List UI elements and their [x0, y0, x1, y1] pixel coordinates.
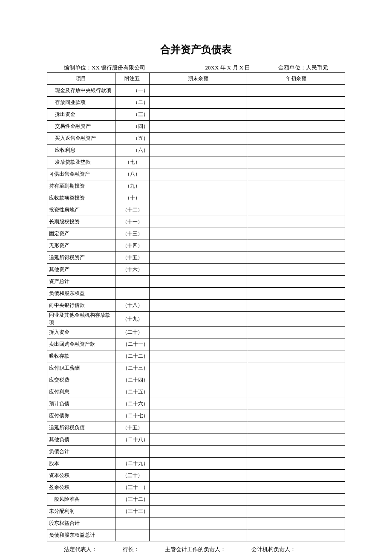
- header-item: 项目: [47, 73, 115, 85]
- item-cell: 未分配利润: [47, 506, 115, 517]
- note-cell: [115, 517, 149, 529]
- item-cell: 交易性金融资产: [47, 121, 115, 133]
- end-balance-cell: [149, 494, 247, 506]
- item-cell: 其他负债: [47, 434, 115, 446]
- note-cell: （二十二）: [115, 350, 149, 362]
- item-cell: 应收利息: [47, 145, 115, 156]
- note-cell: （十六）: [115, 264, 149, 276]
- end-balance-cell: [149, 156, 247, 168]
- table-row: 买入返售金融资产（五）: [47, 133, 345, 145]
- note-cell: （六）: [115, 145, 149, 156]
- end-balance-cell: [149, 350, 247, 362]
- begin-balance-cell: [247, 434, 345, 446]
- begin-balance-cell: [247, 338, 345, 350]
- begin-balance-cell: [247, 240, 345, 252]
- begin-balance-cell: [247, 446, 345, 458]
- begin-balance-cell: [247, 145, 345, 156]
- item-cell: 递延所得税资产: [47, 252, 115, 264]
- item-cell: 拆入资金: [47, 327, 115, 338]
- meta-date: 20XX 年 X 月 X 日: [205, 64, 251, 72]
- footer-president: 行长：: [123, 546, 139, 553]
- end-balance-cell: [149, 517, 247, 529]
- end-balance-cell: [149, 398, 247, 410]
- begin-balance-cell: [247, 494, 345, 506]
- table-row: 递延所得税负债（十五）: [47, 422, 345, 434]
- footer-account-head: 主管会计工作的负责人：: [165, 546, 226, 553]
- item-cell: 应交税费: [47, 374, 115, 386]
- table-row: 其他负债（二十八）: [47, 434, 345, 446]
- end-balance-cell: [149, 121, 247, 133]
- meta-row: 编制单位：XX 银行股份有限公司 20XX 年 X 月 X 日 金额单位：人民币…: [47, 64, 345, 72]
- table-row: 存放同业款项（二）: [47, 97, 345, 109]
- item-cell: 向中央银行借款: [47, 300, 115, 312]
- note-cell: （十二）: [115, 204, 149, 216]
- note-cell: [115, 276, 149, 288]
- table-row: 现金及存放中央银行款项（一）: [47, 85, 345, 97]
- item-cell: 负债和股东权益总计: [47, 529, 115, 541]
- table-row: 吸收存款（二十二）: [47, 350, 345, 362]
- table-row: 未分配利润（三十三）: [47, 506, 345, 517]
- note-cell: （十四）: [115, 240, 149, 252]
- table-row: 资本公积（三十）: [47, 470, 345, 482]
- note-cell: （八）: [115, 168, 149, 180]
- table-row: 拆入资金（二十）: [47, 327, 345, 338]
- item-cell: 长期股权投资: [47, 216, 115, 228]
- note-cell: （三十）: [115, 470, 149, 482]
- begin-balance-cell: [247, 362, 345, 374]
- table-row: 同业及其他金融机构存放款项（十九）: [47, 312, 345, 327]
- end-balance-cell: [149, 264, 247, 276]
- end-balance-cell: [149, 228, 247, 240]
- footer-legal: 法定代表人：: [64, 546, 97, 553]
- begin-balance-cell: [247, 156, 345, 168]
- table-row: 应交税费（二十四）: [47, 374, 345, 386]
- begin-balance-cell: [247, 180, 345, 192]
- table-row: 应付债券（二十七）: [47, 410, 345, 422]
- table-row: 其他资产（十六）: [47, 264, 345, 276]
- table-row: 卖出回购金融资产款（二十一）: [47, 338, 345, 350]
- end-balance-cell: [149, 386, 247, 398]
- end-balance-cell: [149, 85, 247, 97]
- end-balance-cell: [149, 470, 247, 482]
- end-balance-cell: [149, 240, 247, 252]
- note-cell: （二十三）: [115, 362, 149, 374]
- table-row: 预计负债（二十六）: [47, 398, 345, 410]
- table-row: 负债合计: [47, 446, 345, 458]
- item-cell: 投资性房地产: [47, 204, 115, 216]
- begin-balance-cell: [247, 422, 345, 434]
- item-cell: 预计负债: [47, 398, 115, 410]
- note-cell: （二十八）: [115, 434, 149, 446]
- note-cell: （二十六）: [115, 398, 149, 410]
- end-balance-cell: [149, 300, 247, 312]
- begin-balance-cell: [247, 327, 345, 338]
- item-cell: 同业及其他金融机构存放款项: [47, 312, 115, 327]
- begin-balance-cell: [247, 374, 345, 386]
- begin-balance-cell: [247, 386, 345, 398]
- footer-account-org: 会计机构负责人：: [251, 546, 296, 553]
- note-cell: [115, 446, 149, 458]
- item-cell: 发放贷款及垫款: [47, 156, 115, 168]
- item-cell: 应付职工薪酬: [47, 362, 115, 374]
- begin-balance-cell: [247, 529, 345, 541]
- item-cell: 资产总计: [47, 276, 115, 288]
- end-balance-cell: [149, 168, 247, 180]
- item-cell: 股东权益合计: [47, 517, 115, 529]
- begin-balance-cell: [247, 312, 345, 327]
- begin-balance-cell: [247, 252, 345, 264]
- header-note: 附注五: [115, 73, 149, 85]
- table-row: 盈余公积（三十一）: [47, 482, 345, 494]
- table-row: 应收利息（六）: [47, 145, 345, 156]
- end-balance-cell: [149, 276, 247, 288]
- item-cell: 无形资产: [47, 240, 115, 252]
- item-cell: 负债和股东权益: [47, 288, 115, 300]
- end-balance-cell: [149, 482, 247, 494]
- end-balance-cell: [149, 374, 247, 386]
- end-balance-cell: [149, 252, 247, 264]
- table-header-row: 项目 附注五 期末余额 年初余额: [47, 73, 345, 85]
- table-row: 持有至到期投资（九）: [47, 180, 345, 192]
- item-cell: 应付债券: [47, 410, 115, 422]
- end-balance-cell: [149, 434, 247, 446]
- note-cell: [115, 529, 149, 541]
- begin-balance-cell: [247, 276, 345, 288]
- end-balance-cell: [149, 446, 247, 458]
- item-cell: 递延所得税负债: [47, 422, 115, 434]
